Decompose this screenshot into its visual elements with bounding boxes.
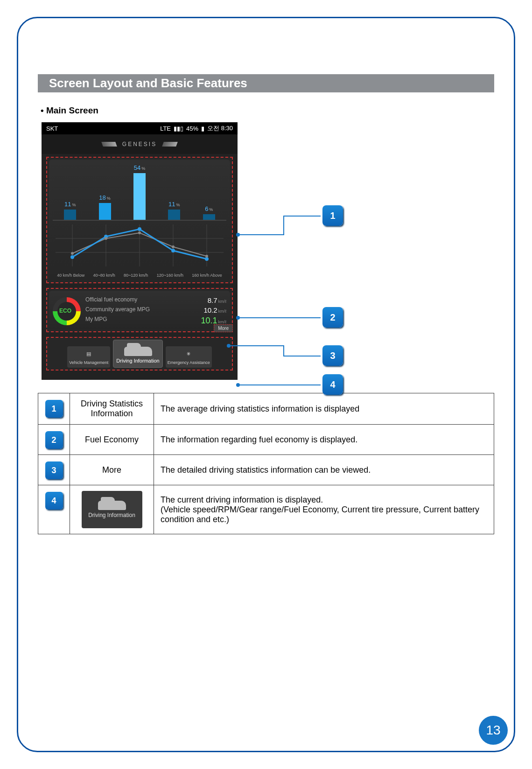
car-icon xyxy=(124,347,152,356)
bar-chart: 11% 18% 54% xyxy=(53,164,226,220)
car-icon xyxy=(98,501,126,510)
callout-badge-4: 4 xyxy=(322,374,343,395)
callout-badge-2: 2 xyxy=(322,307,343,328)
legend-desc-3: The detailed driving statistics informat… xyxy=(154,455,494,485)
callout-badge-1: 1 xyxy=(322,205,343,226)
x-axis-labels: 40 km/h Below 40~80 km/h 80~120 km/h 120… xyxy=(53,273,226,278)
eco-panel[interactable]: ECO Official fuel economy8.7km/ℓ Communi… xyxy=(46,288,233,332)
table-row: 3 More The detailed driving statistics i… xyxy=(38,455,494,485)
svg-point-9 xyxy=(138,227,141,231)
phone-body: 11% 18% 54% xyxy=(42,154,238,380)
svg-point-16 xyxy=(205,255,208,258)
callout-badge-3: 3 xyxy=(322,345,343,366)
battery-label: 45% xyxy=(186,125,198,132)
legend-badge-4: 4 xyxy=(45,492,63,510)
svg-point-10 xyxy=(171,249,175,252)
legend-name-3: More xyxy=(70,455,154,485)
tabs-panel: ▤ Vehicle Management Driving Information… xyxy=(46,337,233,371)
bar-3: 54% xyxy=(133,164,146,220)
svg-point-15 xyxy=(172,245,175,248)
table-row: 2 Fuel Economy The information regarding… xyxy=(38,425,494,455)
legend-badge-1: 1 xyxy=(45,400,63,418)
legend-name-1: Driving Statistics Information xyxy=(70,393,154,425)
bar-4: 11% xyxy=(168,201,180,220)
figure-row: SKT LTE ▮▮▯ 45% ▮ 오전 8:30 GENESIS xyxy=(38,122,494,380)
signal-icon: ▮▮▯ xyxy=(174,125,183,132)
bar-2: 18% xyxy=(99,194,111,220)
svg-point-14 xyxy=(138,231,141,234)
section-header: Screen Layout and Basic Features xyxy=(38,74,494,92)
status-bar: SKT LTE ▮▮▯ 45% ▮ 오전 8:30 xyxy=(42,122,238,134)
clock-label: 오전 8:30 xyxy=(207,124,233,133)
page-frame: Screen Layout and Basic Features • Main … xyxy=(17,17,515,752)
stats-panel[interactable]: 11% 18% 54% xyxy=(46,157,233,283)
eco-gauge-icon: ECO xyxy=(53,297,81,325)
legend-name-2: Fuel Economy xyxy=(70,425,154,455)
legend-desc-2: The information regarding fuel economy i… xyxy=(154,425,494,455)
tab-emergency-assistance[interactable]: ⛯ Emergency Assistance xyxy=(166,346,212,368)
tab-vehicle-management[interactable]: ▤ Vehicle Management xyxy=(67,346,110,368)
svg-point-11 xyxy=(205,257,209,261)
brand-name: GENESIS xyxy=(122,141,157,147)
phone-screenshot: SKT LTE ▮▮▯ 45% ▮ 오전 8:30 GENESIS xyxy=(42,122,238,380)
more-button[interactable]: More xyxy=(214,324,233,332)
legend-badge-3: 3 xyxy=(45,461,63,479)
callouts: 1 2 3 4 xyxy=(238,122,359,380)
battery-icon: ▮ xyxy=(201,125,204,132)
brand-header: GENESIS xyxy=(42,134,238,154)
legend-desc-1: The average driving statistics informati… xyxy=(154,393,494,425)
svg-point-13 xyxy=(105,237,107,240)
svg-point-12 xyxy=(71,252,74,255)
legend-desc-4: The current driving information is displ… xyxy=(154,485,494,534)
network-label: LTE xyxy=(160,125,171,132)
line-chart xyxy=(53,220,226,271)
table-row: 1 Driving Statistics Information The ave… xyxy=(38,393,494,425)
legend-badge-2: 2 xyxy=(45,431,63,449)
tab-driving-information[interactable]: Driving Information xyxy=(113,340,162,368)
driving-info-thumb: Driving Information xyxy=(82,491,142,528)
table-row: 4 Driving Information The current drivin… xyxy=(38,485,494,534)
svg-point-7 xyxy=(70,255,74,259)
bar-5: 6% xyxy=(203,205,215,220)
eco-list: Official fuel economy8.7km/ℓ Community a… xyxy=(85,295,226,327)
carrier-label: SKT xyxy=(46,125,58,132)
legend-table: 1 Driving Statistics Information The ave… xyxy=(38,393,494,534)
bar-1: 11% xyxy=(64,201,76,220)
subheading-main-screen: • Main Screen xyxy=(41,105,494,116)
legend-name-4: Driving Information xyxy=(70,485,154,534)
eco-badge: ECO xyxy=(59,308,71,314)
page-number: 13 xyxy=(479,716,508,745)
